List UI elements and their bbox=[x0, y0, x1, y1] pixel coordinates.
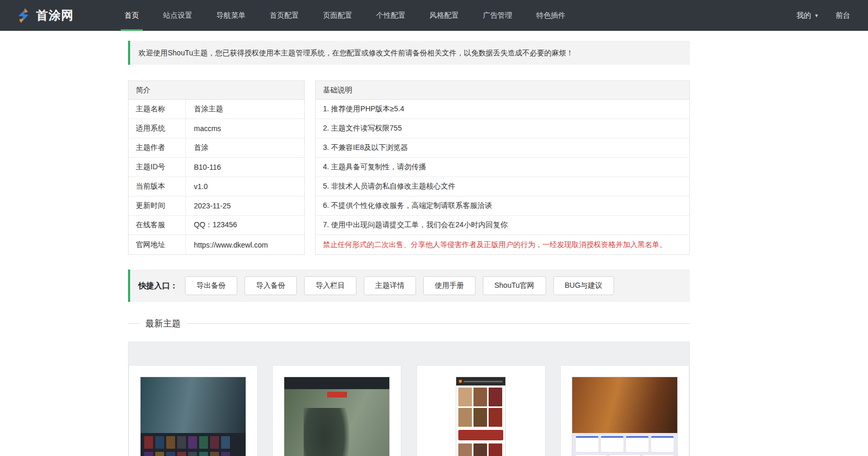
theme-preview-image-4 bbox=[572, 377, 678, 456]
table-row: 主题名称 首涂主题 bbox=[129, 100, 304, 119]
nav-item-nav-menu[interactable]: 导航菜单 bbox=[204, 0, 258, 31]
main-nav: 首页 站点设置 导航菜单 首页配置 页面配置 个性配置 风格配置 广告管理 特色… bbox=[112, 0, 577, 31]
my-account-menu[interactable]: 我的 ▼ bbox=[796, 11, 819, 20]
note-item: 2. 主题文件读写权限755 bbox=[316, 119, 689, 138]
site-logo[interactable]: 首涂网 bbox=[0, 0, 112, 31]
section-title: 最新主题 bbox=[145, 318, 181, 330]
theme-preview-image-3 bbox=[428, 377, 534, 456]
logo-text: 首涂网 bbox=[36, 7, 74, 24]
notes-panel-title: 基础说明 bbox=[316, 81, 689, 100]
table-row: 官网地址 https://www.dkewl.com bbox=[129, 235, 304, 254]
welcome-alert: 欢迎使用ShouTu主题，您已获得授权使用本主题管理系统，在您配置或修改文件前请… bbox=[128, 41, 690, 65]
intro-panel: 简介 主题名称 首涂主题 适用系统 maccms 主题作者 首涂 主题ID号 B… bbox=[128, 80, 305, 255]
logo-icon bbox=[16, 8, 31, 24]
theme-preview-image-2 bbox=[284, 377, 390, 456]
table-row: 主题作者 首涂 bbox=[129, 138, 304, 158]
quick-entry-label: 快捷入口： bbox=[138, 281, 178, 291]
note-item: 4. 主题具备可复制性，请勿传播 bbox=[316, 158, 689, 177]
intro-panel-title: 简介 bbox=[129, 81, 304, 100]
front-site-link[interactable]: 前台 bbox=[836, 11, 850, 20]
info-panels: 简介 主题名称 首涂主题 适用系统 maccms 主题作者 首涂 主题ID号 B… bbox=[128, 80, 690, 255]
nav-item-ad-manage[interactable]: 广告管理 bbox=[471, 0, 524, 31]
table-row: 更新时间 2023-11-25 bbox=[129, 196, 304, 216]
header-right: 我的 ▼ 前台 bbox=[796, 0, 868, 31]
table-row: 在线客服 QQ：123456 bbox=[129, 216, 304, 235]
nav-item-site-settings[interactable]: 站点设置 bbox=[151, 0, 204, 31]
note-item: 6. 不提供个性化修改服务，高端定制请联系客服洽谈 bbox=[316, 196, 689, 216]
table-row: 当前版本 v1.0 bbox=[129, 177, 304, 196]
note-item: 3. 不兼容IE8及以下浏览器 bbox=[316, 138, 689, 158]
theme-card-2[interactable] bbox=[272, 365, 401, 456]
license-warning-text: 禁止任何形式的二次出售、分享他人等侵害作者及正版用户的行为，一经发现取消授权资格… bbox=[316, 235, 689, 254]
theme-preview-image-1 bbox=[140, 377, 246, 456]
theme-details-button[interactable]: 主题详情 bbox=[364, 276, 416, 295]
export-backup-button[interactable]: 导出备份 bbox=[185, 276, 237, 295]
theme-card-3[interactable] bbox=[416, 365, 546, 456]
nav-item-plugins[interactable]: 特色插件 bbox=[524, 0, 577, 31]
official-site-url[interactable]: https://www.dkewl.com bbox=[186, 235, 268, 254]
latest-themes-panel bbox=[128, 342, 690, 456]
theme-card-1[interactable] bbox=[129, 365, 258, 456]
import-backup-button[interactable]: 导入备份 bbox=[245, 276, 297, 295]
note-item: 7. 使用中出现问题请提交工单，我们会在24小时内回复你 bbox=[316, 216, 689, 235]
shoutu-official-button[interactable]: ShouTu官网 bbox=[483, 276, 546, 295]
notes-panel: 基础说明 1. 推荐使用PHP版本≥5.4 2. 主题文件读写权限755 3. … bbox=[315, 80, 690, 255]
import-columns-button[interactable]: 导入栏目 bbox=[304, 276, 356, 295]
theme-card-4[interactable] bbox=[560, 365, 689, 456]
user-manual-button[interactable]: 使用手册 bbox=[423, 276, 476, 295]
divider bbox=[187, 323, 690, 324]
nav-item-style-config[interactable]: 风格配置 bbox=[418, 0, 471, 31]
nav-item-page-config[interactable]: 页面配置 bbox=[311, 0, 364, 31]
note-item: 5. 非技术人员请勿私自修改主题核心文件 bbox=[316, 177, 689, 196]
quick-entry-bar: 快捷入口： 导出备份 导入备份 导入栏目 主题详情 使用手册 ShouTu官网 … bbox=[128, 270, 690, 302]
welcome-alert-text: 欢迎使用ShouTu主题，您已获得授权使用本主题管理系统，在您配置或修改文件前请… bbox=[138, 49, 574, 57]
table-row: 主题ID号 B10-116 bbox=[129, 158, 304, 177]
table-row: 适用系统 maccms bbox=[129, 119, 304, 138]
latest-themes-header: 最新主题 bbox=[128, 318, 690, 330]
note-item: 1. 推荐使用PHP版本≥5.4 bbox=[316, 100, 689, 119]
nav-item-home-config[interactable]: 首页配置 bbox=[258, 0, 311, 31]
divider bbox=[128, 323, 140, 324]
bug-suggestion-button[interactable]: BUG与建议 bbox=[553, 276, 614, 295]
nav-item-home[interactable]: 首页 bbox=[112, 0, 151, 31]
caret-down-icon: ▼ bbox=[814, 13, 819, 18]
top-navbar: 首涂网 首页 站点设置 导航菜单 首页配置 页面配置 个性配置 风格配置 广告管… bbox=[0, 0, 868, 31]
nav-item-personal-config[interactable]: 个性配置 bbox=[364, 0, 418, 31]
